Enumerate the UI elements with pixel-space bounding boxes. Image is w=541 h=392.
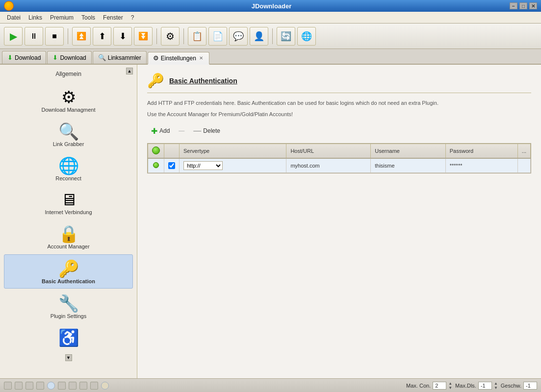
title-bar: JDownloader − □ ✕ [0,0,541,12]
sidebar-download-mgmt-label: Download Managment [41,107,95,113]
col-checkbox-header [164,144,180,158]
delete-button[interactable]: — Delete [189,125,224,137]
row-host-cell: myhost.com [286,158,371,173]
status-bar: Max. Con. 2 ▲▼ Max.Dls. -1 ▲▼ Geschw. -1 [0,378,541,392]
sidebar-item-basic-auth[interactable]: 🔑 Basic Authentication [4,254,133,289]
sidebar-scroll-up[interactable]: ▲ [126,68,133,74]
sidebar-plugin-icon: 🔧 [58,294,79,313]
sidebar-item-internet-verbindung[interactable]: 🖥 Internet Verbindung [4,186,133,219]
content-note: Use the Account Manager for Premium/Gold… [147,111,531,117]
geschw-value-box: -1 [523,382,537,390]
menu-links[interactable]: Links [25,13,46,22]
max-con-label: Max. Con. [406,383,431,389]
add-icon: ✚ [151,126,157,136]
sidebar-basic-auth-label: Basic Authentication [42,278,95,284]
sidebar-internet-icon: 🖥 [60,190,77,209]
table-row: http:// ftp:// https:// myhost.com thisi… [148,158,531,173]
copy-button[interactable]: 📄 [208,27,227,46]
sidebar-item-link-grabber[interactable]: 🔍 Link Grabber [4,118,133,151]
sidebar-section-header: Allgemein [55,69,81,80]
status-ind-1 [4,382,12,390]
toolbar-sep-3 [183,28,184,44]
sidebar-item-download-mgmt[interactable]: ⚙ Download Managment [4,83,133,117]
sidebar-account-label: Account Manager [47,244,89,249]
network-button[interactable]: 🌐 [297,27,316,46]
max-con-value: 2 [435,383,438,389]
max-con-spinner[interactable]: ▲▼ [448,381,452,390]
max-dls-value: -1 [481,383,486,389]
move-down-button[interactable]: ⬇ [113,27,132,46]
tab-einstellungen-close[interactable]: ✕ [198,55,204,61]
menu-datei[interactable]: Datei [3,13,25,22]
refresh-button[interactable]: 🔄 [277,27,295,46]
delete-label: Delete [203,127,220,134]
pause-button[interactable]: ⏸ [25,27,43,46]
tab-download2[interactable]: ⬇ Download [47,51,91,64]
max-dls-spinner[interactable]: ▲▼ [494,381,498,390]
toolbar: ▶ ⏸ ■ ⏫ ⬆ ⬇ ⏬ ⚙ 📋 📄 💬 👤 🔄 🌐 [0,24,541,49]
row-username-cell: thisisme [371,158,446,173]
servertype-select[interactable]: http:// ftp:// https:// [183,161,223,170]
status-ind-3 [26,382,33,390]
max-dls-value-box: -1 [478,382,492,390]
tab-download1-icon: ⬇ [7,54,13,61]
content-panel: 🔑 Basic Authentication Add HTTP and FTP … [137,65,541,378]
add-button[interactable]: ✚ Add [147,125,174,137]
tab-linksammler-label: Linksammler [108,54,141,61]
sidebar-item-reconnect[interactable]: 🌐 Reconnect [4,152,133,185]
status-max-con: Max. Con. 2 ▲▼ [406,381,452,390]
tab-einstellungen[interactable]: ⚙ Einstellungen ✕ [148,52,209,65]
menu-help[interactable]: ? [127,13,138,22]
sidebar-reconnect-icon: 🌐 [58,156,79,175]
toolbar-sep-1 [68,28,68,44]
move-up-button[interactable]: ⬆ [93,27,111,46]
menu-premium[interactable]: Premium [46,13,77,22]
toolbar-sep-2 [156,28,157,44]
row-more-cell [517,158,530,173]
status-ind-6 [69,382,77,390]
menu-bar: Datei Links Premium Tools Fenster ? [0,12,541,24]
bubble-button[interactable]: 💬 [229,27,248,46]
minimize-button[interactable]: − [510,2,517,9]
menu-fenster[interactable]: Fenster [99,13,127,22]
col-password-header: Password [445,144,517,158]
tab-linksammler[interactable]: 🔍 Linksammler [93,51,147,64]
content-header-icon: 🔑 [147,73,164,89]
row-status-dot [153,162,159,168]
play-button[interactable]: ▶ [4,27,23,46]
status-ind-2 [15,382,23,390]
action-separator: — [179,127,184,134]
max-dls-label: Max.Dls. [455,383,476,389]
tab-einstellungen-icon: ⚙ [153,54,159,62]
sidebar-scroll-down[interactable]: ▼ [65,354,72,361]
app-title: JDownloader [33,2,510,10]
sidebar-accessible-icon: ♿ [58,328,79,347]
content-header: 🔑 Basic Authentication [147,73,531,93]
tab-download2-icon: ⬇ [52,54,58,61]
sidebar-basic-auth-icon: 🔑 [58,259,79,278]
sidebar-internet-label: Internet Verbindung [45,209,92,215]
maximize-button[interactable]: □ [519,2,527,9]
geschw-label: Geschw. [501,383,521,389]
user-button[interactable]: 👤 [250,27,268,46]
menu-tools[interactable]: Tools [77,13,99,22]
row-password-cell: ****** [445,158,517,173]
sidebar-item-account-manager[interactable]: 🔒 Account Manager [4,220,133,253]
settings-button[interactable]: ⚙ [161,27,180,46]
row-servertype-cell: http:// ftp:// https:// [180,158,286,173]
tab-download1[interactable]: ⬇ Download [2,51,46,64]
status-spinner [47,382,55,390]
tab-download2-label: Download [60,54,86,61]
stop-button[interactable]: ■ [45,27,64,46]
content-title: Basic Authentication [169,77,237,85]
move-bottom-button[interactable]: ⏬ [134,27,153,46]
clipboard-button[interactable]: 📋 [188,27,206,46]
sidebar-item-plugin-settings[interactable]: 🔧 Plugin Settings [4,290,133,323]
col-servertype-header: Servertype [180,144,286,158]
status-dot [152,147,160,154]
close-button[interactable]: ✕ [529,2,537,9]
row-checkbox[interactable] [168,162,175,169]
move-top-button[interactable]: ⏫ [72,27,91,46]
sidebar-item-accessible[interactable]: ♿ [4,324,133,351]
add-label: Add [159,127,170,134]
